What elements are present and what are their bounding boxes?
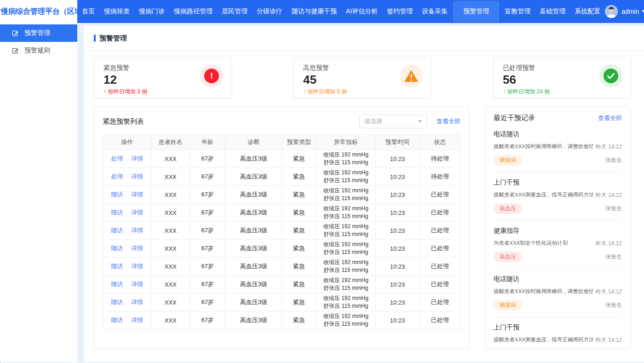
row-action-link[interactable]: 随访 <box>111 191 123 198</box>
user-avatar[interactable] <box>605 5 618 18</box>
row-action-link[interactable]: 随访 <box>111 209 123 216</box>
cell-age: 67岁 <box>190 204 225 222</box>
status-badge: 已处理 <box>420 311 460 329</box>
nav-tab-分级诊疗[interactable]: 分级诊疗 <box>252 0 287 23</box>
doctor-avatar-icon <box>605 5 618 18</box>
nav-tab-首页[interactable]: 首页 <box>77 0 99 23</box>
row-detail-link[interactable]: 详情 <box>131 191 143 198</box>
nav-tab-慢病门诊[interactable]: 慢病门诊 <box>134 0 169 23</box>
nav-tab-慢病路径管理[interactable]: 慢病路径管理 <box>169 0 217 23</box>
warning-triangle-icon <box>400 64 423 87</box>
intervention-record: 电话随访 提醒患者XXX按时服用降糖药，调整饮食结构 昨天 14:12 糖尿病 … <box>494 124 622 173</box>
chevron-down-icon[interactable] <box>642 10 644 13</box>
col-header: 患者姓名 <box>151 135 190 150</box>
nav-tab-随访与健康干预[interactable]: 随访与健康干预 <box>287 0 341 23</box>
table-row: 随访详情 XXX 67岁 高血压3级 紧急 收缩压 192 mmHg舒张压 11… <box>103 240 460 258</box>
row-action-link[interactable]: 随访 <box>111 227 123 234</box>
col-header: 异常指标 <box>316 135 375 150</box>
table-row: 随访详情 XXX 67岁 高血压3级 紧急 收缩压 192 mmHg舒张压 11… <box>103 311 460 329</box>
record-doctor: 张医生 <box>605 156 622 164</box>
page-title: 预警管理 <box>99 34 127 43</box>
disease-tag: 高血压 <box>494 203 522 214</box>
row-detail-link[interactable]: 详情 <box>131 209 143 216</box>
stat-trend: ↑较昨日增加 5 例 <box>303 88 422 96</box>
user-name[interactable]: admin <box>621 8 639 15</box>
cell-alert-type: 紧急 <box>282 258 316 276</box>
table-row: 随访详情 XXX 67岁 高血压3级 紧急 收缩压 192 mmHg舒张压 11… <box>103 186 460 204</box>
form-edit-icon <box>12 30 19 37</box>
stats-row: 紧急预警 12 ↑较昨日增加 3 例 ! 高危预警 45 ↑较昨日增加 5 例 <box>94 58 631 98</box>
filter-select[interactable]: 请选择 <box>359 115 427 128</box>
row-detail-link[interactable]: 详情 <box>131 263 143 270</box>
intervention-record: 上门干预 提醒患者XXX测量血压，指导正确用药方法 昨天 14:12 高血压 张… <box>494 173 622 221</box>
nav-tab-宣教管理[interactable]: 宣教管理 <box>500 0 535 23</box>
sidebar-item-label: 预警规则 <box>24 46 50 55</box>
cell-indicator-diastolic: 舒张压 115 mmHg <box>318 195 374 202</box>
cell-alert-type: 紧急 <box>282 186 316 204</box>
nav-tab-签约管理[interactable]: 签约管理 <box>382 0 417 23</box>
record-doctor: 张医生 <box>605 301 622 309</box>
nav-tab-居民管理[interactable]: 居民管理 <box>217 0 252 23</box>
row-action-link[interactable]: 随访 <box>111 263 123 270</box>
title-accent-bar <box>94 35 96 42</box>
sidebar-item-预警管理[interactable]: 预警管理 <box>0 24 77 42</box>
record-description: 提醒患者XXX按时服用降糖药，调整饮食结构 <box>494 143 593 150</box>
cell-age: 67岁 <box>190 150 225 168</box>
record-time: 昨天 14:12 <box>596 288 622 296</box>
table-row: 随访详情 XXX 67岁 高血压3级 紧急 收缩压 192 mmHg舒张压 11… <box>103 204 460 222</box>
cell-indicator-diastolic: 舒张压 115 mmHg <box>318 159 374 167</box>
cell-patient-name: XXX <box>151 240 190 258</box>
cell-alert-time: 10:23 <box>375 276 420 294</box>
row-detail-link[interactable]: 详情 <box>131 281 143 288</box>
row-detail-link[interactable]: 详情 <box>131 299 143 305</box>
record-description: 为患者XXX制定个性化运动计划 <box>494 240 593 247</box>
row-action-link[interactable]: 处理 <box>111 173 123 180</box>
table-row: 处理详情 XXX 67岁 高血压3级 紧急 收缩压 192 mmHg舒张压 11… <box>103 168 460 186</box>
nav-tab-基础管理[interactable]: 基础管理 <box>535 0 570 23</box>
row-detail-link[interactable]: 详情 <box>131 317 143 323</box>
row-action-link[interactable]: 处理 <box>111 155 123 162</box>
cell-indicator-systolic: 收缩压 192 mmHg <box>318 151 374 159</box>
panels-row: 紧急预警列表 请选择 查看全部 操作 患者姓名 <box>94 107 631 348</box>
cell-indicator-systolic: 收缩压 192 mmHg <box>318 241 374 248</box>
nav-tab-预警管理[interactable]: 预警管理 <box>452 0 500 23</box>
cell-alert-time: 10:23 <box>375 150 420 168</box>
cell-indicator-diastolic: 舒张压 115 mmHg <box>318 248 374 256</box>
nav-tab-设备采集[interactable]: 设备采集 <box>417 0 452 23</box>
record-time: 昨天 14:12 <box>596 336 622 344</box>
col-header: 诊断 <box>225 135 282 150</box>
col-header: 年龄 <box>190 135 225 150</box>
table-row: 处理详情 XXX 67岁 高血压3级 紧急 收缩压 192 mmHg舒张压 11… <box>103 150 460 168</box>
alert-table: 操作 患者姓名 年龄 诊断 预警类型 异常指标 预警时间 状态 处理详情 XXX… <box>103 134 460 329</box>
cell-diagnosis: 高血压3级 <box>225 258 282 276</box>
intervention-records: 电话随访 提醒患者XXX按时服用降糖药，调整饮食结构 昨天 14:12 糖尿病 … <box>494 124 622 348</box>
row-action-link[interactable]: 随访 <box>111 245 123 252</box>
cell-indicator-diastolic: 舒张压 115 mmHg <box>318 230 374 238</box>
nav-tab-系统配置[interactable]: 系统配置 <box>570 0 605 23</box>
row-detail-link[interactable]: 详情 <box>131 227 143 234</box>
arrow-up-icon: ↑ <box>503 88 506 95</box>
interventions-view-all-link[interactable]: 查看全部 <box>598 114 622 122</box>
table-view-all-link[interactable]: 查看全部 <box>437 117 460 126</box>
nav-tab-慢病筛查[interactable]: 慢病筛查 <box>99 0 134 23</box>
cell-alert-type: 紧急 <box>282 204 316 222</box>
row-detail-link[interactable]: 详情 <box>131 173 143 180</box>
nav-tab-AI评估分析[interactable]: AI评估分析 <box>341 0 382 23</box>
cell-patient-name: XXX <box>151 186 190 204</box>
row-detail-link[interactable]: 详情 <box>131 245 143 252</box>
row-action-link[interactable]: 随访 <box>111 317 123 323</box>
row-action-link[interactable]: 随访 <box>111 299 123 305</box>
cell-indicator-systolic: 收缩压 192 mmHg <box>318 223 374 230</box>
cell-alert-time: 10:23 <box>375 258 420 276</box>
row-detail-link[interactable]: 详情 <box>131 155 143 162</box>
row-action-link[interactable]: 随访 <box>111 281 123 288</box>
cell-age: 67岁 <box>190 168 225 186</box>
status-badge: 已处理 <box>420 294 460 311</box>
sidebar-item-预警规则[interactable]: 预警规则 <box>0 42 77 59</box>
stat-card-urgent: 紧急预警 12 ↑较昨日增加 3 例 ! <box>94 58 232 98</box>
top-nav: 首页慢病筛查慢病门诊慢病路径管理居民管理分级诊疗随访与健康干预AI评估分析签约管… <box>77 0 605 23</box>
cell-diagnosis: 高血压3级 <box>225 240 282 258</box>
top-header: 慢病综合管理平台（区域） 首页慢病筛查慢病门诊慢病路径管理居民管理分级诊疗随访与… <box>0 0 644 23</box>
cell-patient-name: XXX <box>151 168 190 186</box>
record-type: 电话随访 <box>494 275 622 283</box>
